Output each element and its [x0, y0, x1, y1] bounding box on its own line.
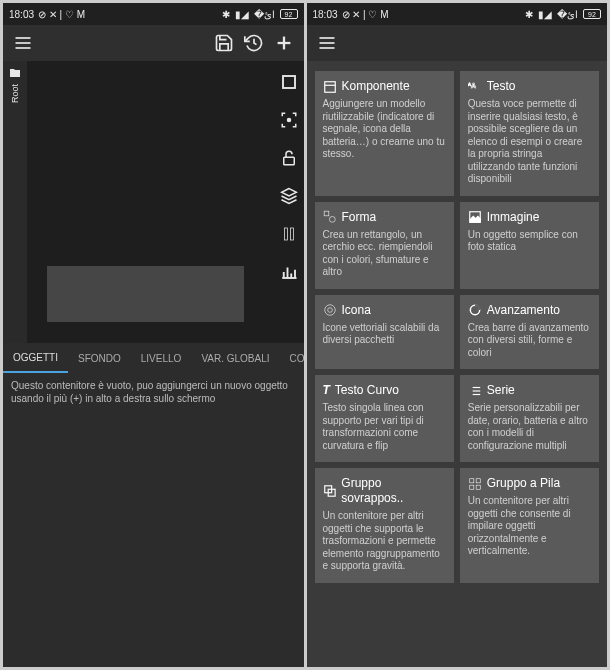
- signal-icon: ▮◢: [235, 9, 249, 20]
- tab-livello[interactable]: LIVELLO: [131, 343, 192, 373]
- card-testo[interactable]: ᴬATesto Questa voce permette di inserire…: [460, 71, 599, 196]
- card-title: Avanzamento: [487, 303, 560, 318]
- tool-rail: [274, 61, 304, 343]
- layers-tool-icon[interactable]: [278, 185, 300, 207]
- card-gruppo-sovrappos[interactable]: Gruppo sovrappos.. Un contenitore per al…: [315, 468, 454, 583]
- card-desc: Icone vettoriali scalabili da diversi pa…: [323, 322, 446, 347]
- card-desc: Un contenitore per altri oggetti che sup…: [323, 510, 446, 573]
- canvas[interactable]: [27, 61, 274, 343]
- card-desc: Un oggetto semplice con foto statica: [468, 229, 591, 254]
- card-serie[interactable]: Serie Serie personalizzabili per date, o…: [460, 375, 599, 462]
- tab-sfondo[interactable]: SFONDO: [68, 343, 131, 373]
- card-avanzamento[interactable]: Avanzamento Crea barre di avanzamento co…: [460, 295, 599, 370]
- hierarchy-rail[interactable]: Root: [3, 61, 27, 343]
- svg-rect-39: [476, 485, 480, 489]
- status-time: 18:03: [313, 9, 338, 20]
- bluetooth-icon: ✱: [525, 9, 533, 20]
- stats-tool-icon[interactable]: [278, 261, 300, 283]
- app-bar: [3, 25, 304, 61]
- svg-marker-8: [281, 189, 296, 197]
- card-title: Testo: [487, 79, 516, 94]
- status-bar: 18:03 ⊘ ✕ | ♡ M ✱ ▮◢ �ائ 92: [3, 3, 304, 25]
- card-title: Forma: [342, 210, 377, 225]
- svg-rect-38: [470, 485, 474, 489]
- card-desc: Un contenitore per altri oggetti che con…: [468, 495, 591, 558]
- app-bar: [307, 25, 608, 61]
- root-label: Root: [10, 84, 20, 103]
- svg-rect-5: [283, 76, 295, 88]
- status-time: 18:03: [9, 9, 34, 20]
- card-desc: Serie personalizzabili per date, orario,…: [468, 402, 591, 452]
- svg-rect-10: [290, 228, 293, 240]
- card-title: Serie: [487, 383, 515, 398]
- lock-tool-icon[interactable]: [278, 147, 300, 169]
- card-desc: Crea un rettangolo, un cerchio ecc. riem…: [323, 229, 446, 279]
- canvas-placeholder[interactable]: [47, 266, 244, 322]
- tab-var-globali[interactable]: VAR. GLOBALI: [191, 343, 279, 373]
- shape-tool-icon[interactable]: [278, 71, 300, 93]
- battery-icon: 92: [280, 9, 298, 19]
- svg-text:ᴬA: ᴬA: [468, 82, 476, 89]
- bluetooth-icon: ✱: [222, 9, 230, 20]
- card-gruppo-pila[interactable]: Gruppo a Pila Un contenitore per altri o…: [460, 468, 599, 583]
- card-title: Testo Curvo: [335, 383, 399, 398]
- card-desc: Questa voce permette di inserire qualsia…: [468, 98, 591, 186]
- status-bar: 18:03 ⊘ ✕ | ♡ M ✱ ▮◢ �ائ 92: [307, 3, 608, 25]
- empty-hint: Questo contenitore è vuoto, puo aggiunge…: [3, 373, 304, 667]
- folder-icon: [8, 67, 22, 81]
- card-title: Komponente: [342, 79, 410, 94]
- svg-rect-37: [476, 478, 480, 482]
- card-komponente[interactable]: Komponente Aggiungere un modello riutili…: [315, 71, 454, 196]
- svg-point-26: [327, 308, 332, 313]
- tab-coll[interactable]: COLL: [280, 343, 304, 373]
- card-forma[interactable]: Forma Crea un rettangolo, un cerchio ecc…: [315, 202, 454, 289]
- menu-icon[interactable]: [11, 31, 35, 55]
- object-type-grid: Komponente Aggiungere un modello riutili…: [307, 61, 608, 667]
- card-testo-curvo[interactable]: TTesto Curvo Testo singola linea con sup…: [315, 375, 454, 462]
- signal-icon: ▮◢: [538, 9, 552, 20]
- history-icon[interactable]: [242, 31, 266, 55]
- svg-rect-7: [283, 157, 294, 165]
- phone-editor: 18:03 ⊘ ✕ | ♡ M ✱ ▮◢ �ائ 92 Root: [3, 3, 304, 667]
- pause-tool-icon[interactable]: [278, 223, 300, 245]
- svg-rect-22: [324, 211, 329, 216]
- card-desc: Testo singola linea con supporto per var…: [323, 402, 446, 452]
- wifi-icon: �ائ: [254, 9, 275, 20]
- save-icon[interactable]: [212, 31, 236, 55]
- menu-icon[interactable]: [315, 31, 339, 55]
- editor-area: Root: [3, 61, 304, 343]
- svg-point-23: [329, 216, 335, 222]
- phone-picker: 18:03 ⊘ ✕ | ♡ M ✱ ▮◢ �ائ 92 Komponente A…: [307, 3, 608, 667]
- card-desc: Aggiungere un modello riutilizzabile (in…: [323, 98, 446, 161]
- card-immagine[interactable]: Immagine Un oggetto semplice con foto st…: [460, 202, 599, 289]
- add-icon[interactable]: [272, 31, 296, 55]
- svg-point-6: [287, 119, 290, 122]
- card-title: Gruppo a Pila: [487, 476, 560, 491]
- card-title: Gruppo sovrappos..: [341, 476, 445, 506]
- svg-rect-19: [324, 81, 335, 92]
- card-title: Icona: [342, 303, 371, 318]
- focus-tool-icon[interactable]: [278, 109, 300, 131]
- svg-rect-36: [470, 478, 474, 482]
- battery-icon: 92: [583, 9, 601, 19]
- wifi-icon: �ائ: [557, 9, 578, 20]
- card-title: Immagine: [487, 210, 540, 225]
- card-desc: Crea barre di avanzamento con diversi st…: [468, 322, 591, 360]
- tab-oggetti[interactable]: OGGETTI: [3, 343, 68, 373]
- bottom-tabs: OGGETTI SFONDO LIVELLO VAR. GLOBALI COLL: [3, 343, 304, 373]
- card-icona[interactable]: Icona Icone vettoriali scalabili da dive…: [315, 295, 454, 370]
- svg-rect-9: [284, 228, 287, 240]
